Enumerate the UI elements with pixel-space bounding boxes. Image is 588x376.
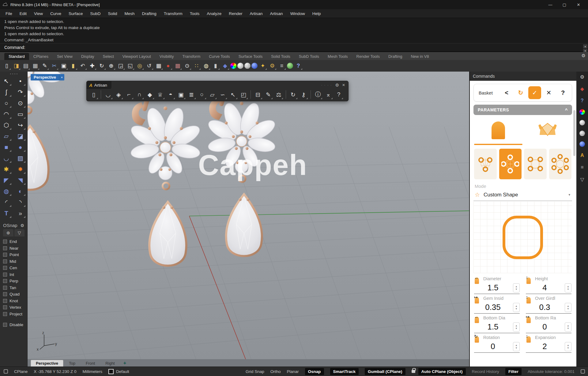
earring-right[interactable] [205,82,278,256]
maximize-button[interactable]: ▢ [557,0,571,9]
fillet-tool-icon[interactable]: ✱ [1,164,12,174]
select-cursor-icon[interactable]: ↖ [1,76,12,86]
parameter-spinner[interactable]: ▲▼ [565,342,571,351]
osnap-item[interactable]: Project [3,311,25,318]
split-tool-icon[interactable]: ◥ [15,175,26,185]
osnap-checkbox[interactable] [3,246,7,250]
osnap-checkbox[interactable] [3,273,7,277]
osnap-item[interactable]: Vertex [3,304,25,311]
toolbar-tab[interactable]: Transform [178,53,205,60]
minimize-button[interactable]: — [543,0,557,9]
paste-icon[interactable]: ▮ [69,61,77,70]
weight-calculator-icon[interactable]: ⚖ [274,90,283,99]
pan-icon[interactable]: ✚ [88,61,96,70]
sidebar-grip[interactable] [0,72,27,76]
menu-item[interactable]: Help [309,10,325,17]
menu-item[interactable]: SubD [87,10,104,17]
gemstone-icon[interactable]: ◆ [145,90,154,99]
menu-item[interactable]: Mesh [121,10,138,17]
layers-icon[interactable]: ≡ [579,164,586,171]
parameter-spinner[interactable]: ▲▼ [565,322,571,332]
status-item[interactable]: Ortho [270,369,281,374]
control-point-curve-icon[interactable]: ʃ [1,87,12,97]
strip-color-wheel-icon[interactable] [579,109,585,115]
sketch-pencil-icon[interactable]: ✎ [264,90,273,99]
zoom-extents-icon[interactable]: ◱ [126,61,134,70]
osnap-item[interactable]: Mid [3,258,25,265]
shape-preview[interactable] [473,202,572,273]
print-icon[interactable]: ▦ [31,61,40,70]
help-icon[interactable]: ? [294,61,303,70]
status-item[interactable] [412,370,415,373]
toolbar-tab[interactable]: Drafting [384,53,407,60]
osnap-tab-icon[interactable]: ⊚ [3,229,13,236]
menu-item[interactable]: Window [287,10,309,17]
toolbar-gear-icon[interactable]: ⚙ [582,53,586,58]
shaded-display-icon[interactable] [237,63,243,69]
close-button[interactable]: ✕ [571,0,586,9]
parameter-value[interactable]: 0 [474,342,512,351]
osnap-item[interactable]: Int [3,271,25,278]
artisan-tab[interactable]: A Artisan [87,81,111,89]
text-tool-icon[interactable]: T [1,208,12,218]
artisan-history-icon[interactable]: ▯ [89,90,98,99]
rendered-display-icon[interactable] [244,63,251,69]
parameter-value[interactable]: 0.35 [474,303,512,312]
named-view-icon[interactable]: ▩ [173,61,182,70]
status-left-icon[interactable] [4,369,8,374]
status-item[interactable]: Default [108,369,129,374]
status-item[interactable]: Auto CPlane (Object) [418,368,466,375]
ring-builder-icon[interactable]: ∩ [135,90,144,99]
box-tool-icon[interactable]: ■ [1,142,12,152]
prong-style-4-square[interactable] [524,149,547,179]
parameter-spinner[interactable]: ▲▼ [565,303,571,312]
refresh-button[interactable]: ↻ [514,86,527,99]
osnap-checkbox[interactable] [3,240,7,244]
raytraced-display-icon[interactable] [251,63,258,69]
osnap-item[interactable]: Tan [3,285,25,291]
render-icon[interactable] [287,63,293,69]
lightbulb-icon[interactable]: ◍ [202,61,210,70]
eternity-ring-icon[interactable]: ○ [197,90,206,99]
edit-notes-icon[interactable]: ✎ [40,61,49,70]
filter-tab-icon[interactable]: ▽ [14,229,25,236]
revolve-tool-icon[interactable]: ◡ [1,153,12,163]
status-item[interactable]: Planar [287,369,299,374]
curve-blend-icon[interactable]: ↪ [15,120,26,130]
earring-left[interactable] [128,86,203,266]
osnap-checkbox[interactable] [3,253,7,257]
pave-icon[interactable]: ▱ [208,90,217,99]
status-right-icon[interactable] [581,369,585,374]
osnap-checkbox[interactable] [3,292,7,296]
artisan-help-icon[interactable]: ? [334,90,343,99]
osnap-item[interactable]: Near [3,245,25,252]
shank-icon[interactable]: ⌐ [124,90,134,99]
lock-icon[interactable]: ▮ [211,61,220,70]
toolbar-tab[interactable]: SubD Tools [295,53,323,60]
toolbar-tab[interactable]: Standard [4,53,29,60]
sync-icon[interactable]: ↻ [288,90,298,99]
undo-view-icon[interactable]: ↺ [145,61,153,70]
status-item[interactable]: Gumball (CPlane) [365,368,405,375]
menu-item[interactable]: Artisan [266,10,287,17]
zoom-selected-icon[interactable]: ◎ [135,61,144,70]
parameter-spinner[interactable]: ▲▼ [513,322,520,332]
osnap-checkbox[interactable] [3,266,7,270]
artisan-close-icon[interactable]: ✕ [342,83,345,87]
osnap-item[interactable]: Point [3,251,25,258]
osnap-item[interactable]: Perp [3,278,25,285]
new-document-icon[interactable]: ▯ [2,61,11,70]
prong-style-3[interactable] [474,149,497,179]
curve-tools-icon[interactable]: ↷ [15,87,26,97]
settings-gears-icon[interactable]: ⚙ [268,61,277,70]
status-item[interactable]: X -35.768 Y 52.230 Z 0 [34,369,76,374]
gumball-icon[interactable]: ⊙ [183,61,191,70]
menu-item[interactable]: Solid [104,10,121,17]
toolbar-tab[interactable]: Mesh Tools [323,53,352,60]
status-item[interactable]: Grid Snap [246,369,264,374]
mouse-settings-icon[interactable]: ⊟ [253,90,262,99]
viewport-tab[interactable]: Right [100,360,119,367]
tutorials-icon[interactable]: ⌅ [324,90,333,99]
surface-points-icon[interactable]: ▱ [1,131,12,141]
help-book-icon[interactable]: ? [579,97,586,104]
